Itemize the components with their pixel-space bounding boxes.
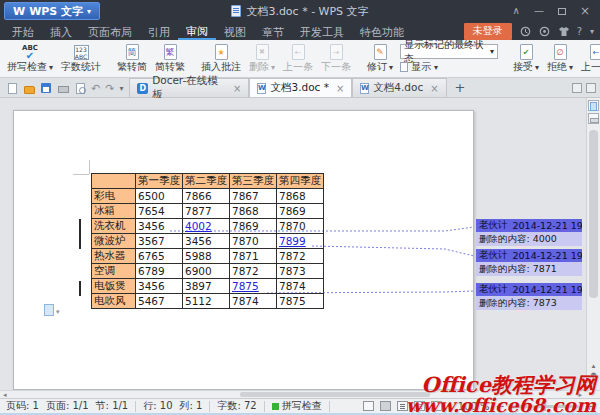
skin-icon[interactable] (558, 26, 569, 37)
customize-toolbar-icon[interactable]: ▾ (119, 84, 123, 93)
value-cell[interactable]: 7870 (230, 234, 277, 249)
tab-view[interactable]: 视图 (216, 22, 254, 40)
value-cell[interactable]: 7874 (230, 294, 277, 309)
value-cell[interactable]: 3897 (183, 279, 230, 294)
tab-home[interactable]: 开始 (4, 22, 42, 40)
value-cell[interactable]: 7868 (277, 189, 324, 204)
value-cell[interactable]: 5112 (183, 294, 230, 309)
minimize-icon[interactable]: — (534, 6, 544, 16)
close-tab-icon[interactable]: × (430, 83, 438, 94)
value-cell[interactable]: 3567 (136, 234, 183, 249)
value-cell[interactable]: 3456 (136, 279, 183, 294)
select-browse-object-icon[interactable]: ● (590, 371, 596, 379)
inserted-value-cell[interactable]: 4002 (183, 219, 230, 234)
tab-insert[interactable]: 插入 (42, 22, 80, 40)
horizontal-scrollbar[interactable]: ◂ ▸ (0, 390, 600, 398)
zoom-level[interactable]: 100 % (458, 401, 490, 412)
zoom-slider-thumb[interactable] (541, 402, 546, 411)
tab-references[interactable]: 引用 (140, 22, 178, 40)
row-label-cell[interactable]: 彩电 (92, 189, 136, 204)
page-view-icon[interactable] (380, 401, 391, 411)
vertical-scrollbar[interactable]: ▴ ● ▾ (586, 98, 600, 390)
accept-change-button[interactable]: ✔ 接受▾ (509, 42, 543, 75)
value-cell[interactable]: 7874 (277, 279, 324, 294)
collapse-ribbon-icon[interactable]: ∧ (513, 6, 520, 16)
close-tab-icon[interactable]: × (233, 83, 241, 94)
status-word-count[interactable]: 字数: 72 (217, 399, 256, 413)
value-cell[interactable]: 7869 (230, 219, 277, 234)
undo-icon[interactable]: ↶ (91, 83, 100, 94)
spellcheck-button[interactable]: ABC✔ 拼写检查▾ (3, 42, 57, 75)
value-cell[interactable]: 6500 (136, 189, 183, 204)
tab-list-icon[interactable] (572, 83, 582, 93)
zoom-out-icon[interactable]: − (496, 401, 505, 412)
row-label-cell[interactable]: 空调 (92, 264, 136, 279)
doc-tab-document3[interactable]: W 文档3.doc * × (249, 78, 352, 97)
value-cell[interactable]: 7866 (183, 189, 230, 204)
new-tab-button[interactable]: + (447, 80, 474, 97)
value-cell[interactable]: 3456 (136, 219, 183, 234)
revision-balloon[interactable]: 老伙计 2014-12-21 19:12 删除的内容: 7873 (476, 283, 582, 310)
feedback-icon[interactable] (539, 26, 550, 37)
save-icon[interactable] (40, 82, 52, 94)
print-preview-icon[interactable] (74, 82, 86, 94)
revision-balloon[interactable]: 老伙计 2014-12-21 19:12 删除的内容: 7871 (476, 249, 582, 276)
value-cell[interactable]: 6765 (136, 249, 183, 264)
split-view-icon[interactable] (588, 113, 599, 124)
row-label-cell[interactable]: 冰箱 (92, 204, 136, 219)
tab-developer[interactable]: 开发工具 (292, 22, 352, 40)
new-document-icon[interactable] (6, 82, 18, 94)
arrange-windows-icon[interactable] (586, 83, 596, 93)
tab-review[interactable]: 审阅 (178, 22, 216, 40)
value-cell[interactable]: 7872 (277, 249, 324, 264)
outline-view-icon[interactable] (397, 401, 408, 411)
tab-section[interactable]: 章节 (254, 22, 292, 40)
value-cell[interactable]: 5467 (136, 294, 183, 309)
value-cell[interactable]: 7869 (277, 204, 324, 219)
value-cell[interactable]: 7871 (230, 249, 277, 264)
simp-to-trad-button[interactable]: 繁 简转繁 (151, 42, 189, 75)
reject-change-button[interactable]: ∅ 拒绝▾ (543, 42, 577, 75)
tab-page-layout[interactable]: 页面布局 (80, 22, 140, 40)
value-cell[interactable]: 3456 (183, 234, 230, 249)
row-label-cell[interactable]: 电吹风 (92, 294, 136, 309)
header-cell[interactable]: 第一季度 (136, 174, 183, 189)
header-cell[interactable]: 第三季度 (230, 174, 277, 189)
row-label-cell[interactable]: 微波炉 (92, 234, 136, 249)
value-cell[interactable]: 7875 (277, 294, 324, 309)
value-cell[interactable]: 7873 (277, 264, 324, 279)
row-label-cell[interactable]: 洗衣机 (92, 219, 136, 234)
document-area[interactable]: 第一季度 第二季度 第三季度 第四季度 彩电6500786678677868冰箱… (0, 98, 600, 390)
doc-tab-docer[interactable]: D Docer-在线模板 × (129, 78, 249, 97)
web-layout-icon[interactable] (414, 401, 425, 411)
insert-comment-button[interactable]: ★ 插入批注 (197, 42, 245, 75)
word-count-button[interactable]: 123ABC 字数统计 (57, 42, 105, 75)
zoom-slider[interactable] (511, 405, 579, 408)
prev-change-button[interactable]: ← 上一条 (577, 42, 600, 75)
help-icon[interactable]: ? (577, 26, 582, 37)
value-cell[interactable]: 5988 (183, 249, 230, 264)
value-cell[interactable]: 6900 (183, 264, 230, 279)
open-folder-icon[interactable] (23, 82, 35, 94)
show-markup-button[interactable]: 显示 ▾ (400, 60, 498, 74)
view-ruler-icon[interactable] (588, 100, 599, 111)
value-cell[interactable]: 7872 (230, 264, 277, 279)
inserted-value-cell[interactable]: 7875 (230, 279, 277, 294)
revision-table[interactable]: 第一季度 第二季度 第三季度 第四季度 彩电6500786678677868冰箱… (91, 173, 324, 309)
value-cell[interactable]: 7867 (230, 189, 277, 204)
doc-tab-document4[interactable]: W 文档4.doc × (352, 78, 446, 97)
fullscreen-icon[interactable] (363, 401, 374, 411)
header-cell[interactable] (92, 174, 136, 189)
next-page-icon[interactable]: ▾ (592, 380, 596, 388)
close-tab-icon[interactable]: × (336, 83, 344, 94)
value-cell[interactable]: 6789 (136, 264, 183, 279)
close-icon[interactable]: × (580, 6, 590, 16)
redo-icon[interactable]: ↷ (105, 83, 114, 94)
login-button[interactable]: 未登录 (464, 23, 512, 40)
track-changes-button[interactable]: ✎ 修订▾ (363, 42, 397, 75)
display-state-dropdown[interactable]: 显示标记的最终状态 ▾ (400, 44, 498, 59)
wps-app-button[interactable]: W WPS 文字 ▾ (4, 2, 100, 20)
header-cell[interactable]: 第四季度 (277, 174, 324, 189)
value-cell[interactable]: 7870 (277, 219, 324, 234)
row-label-cell[interactable]: 热水器 (92, 249, 136, 264)
